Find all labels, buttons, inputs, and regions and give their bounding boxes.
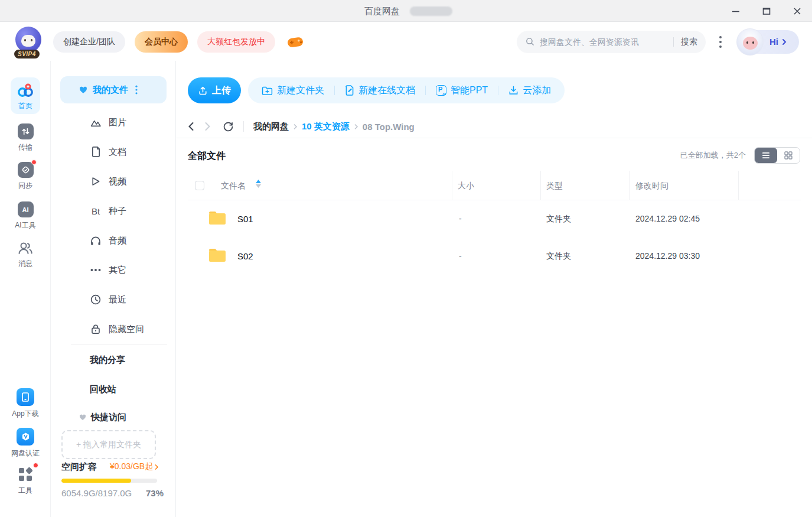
file-name[interactable]: S02 <box>237 251 253 261</box>
refresh-button[interactable] <box>223 121 234 132</box>
tree-item-documents[interactable]: 文档 <box>51 137 176 167</box>
file-type: 文件夹 <box>546 251 571 262</box>
app-download-icon <box>17 388 34 406</box>
storage-expand-label: 空间扩容 <box>61 461 97 473</box>
messages-icon <box>17 240 34 256</box>
transfer-icon <box>18 123 34 139</box>
tree-item-torrents[interactable]: Bt 种子 <box>51 196 176 226</box>
quick-access-header[interactable]: 快捷访问 <box>79 412 126 423</box>
tree-item-images[interactable]: 图片 <box>51 108 176 137</box>
breadcrumb-root[interactable]: 我的网盘 <box>253 121 289 132</box>
main-content: 上传 新建文件夹 新建在线文档 P AI 智能PPT <box>176 61 812 517</box>
more-menu-button[interactable] <box>719 35 722 49</box>
sort-button[interactable] <box>256 180 261 188</box>
sort-asc-icon <box>256 180 261 183</box>
file-modified: 2024.12.29 02:45 <box>635 214 700 223</box>
cloud-add-button[interactable]: 云添加 <box>498 84 561 97</box>
upload-button[interactable]: 上传 <box>188 77 241 103</box>
home-icon <box>17 83 34 98</box>
file-size: - <box>459 214 462 223</box>
notification-dot <box>33 463 38 468</box>
breadcrumb-parent[interactable]: 10 英文资源 <box>302 121 350 132</box>
my-files-menu-button[interactable] <box>135 85 138 95</box>
column-header-name[interactable]: 文件名 <box>221 181 246 191</box>
breadcrumb-separator <box>354 123 358 130</box>
search-input[interactable] <box>540 37 666 47</box>
tree-item-my-shares[interactable]: 我的分享 <box>51 347 176 372</box>
grid-view-button[interactable] <box>777 148 800 163</box>
list-view-button[interactable] <box>755 148 777 163</box>
column-header-modified[interactable]: 修改时间 <box>635 181 668 191</box>
minimize-button[interactable] <box>731 6 741 17</box>
load-status: 已全部加载，共2个 <box>680 150 746 161</box>
folder-icon <box>208 247 227 264</box>
tree-item-other[interactable]: 其它 <box>51 255 176 285</box>
new-online-doc-button[interactable]: 新建在线文档 <box>335 84 425 97</box>
user-avatar[interactable]: SVIP4 <box>15 27 44 57</box>
back-button[interactable] <box>188 122 194 131</box>
window-titlebar: 百度网盘 <box>0 0 812 22</box>
quick-access-dropzone[interactable]: + 拖入常用文件夹 <box>61 430 156 459</box>
view-toggle <box>754 147 800 164</box>
search-icon <box>525 37 535 47</box>
tree-item-recent[interactable]: 最近 <box>51 285 176 314</box>
file-size: - <box>459 251 462 261</box>
refresh-icon <box>223 121 234 132</box>
close-button[interactable] <box>792 6 803 17</box>
tree-item-my-files[interactable]: 我的文件 <box>60 76 167 103</box>
greeting-label: Hi <box>769 37 778 47</box>
file-row[interactable]: S02 - 文件夹 2024.12.29 03:30 <box>188 238 801 275</box>
search-bar[interactable]: 搜索 <box>517 31 706 53</box>
chevron-right-icon <box>154 464 159 470</box>
vip-center-button[interactable]: 会员中心 <box>135 31 188 53</box>
sort-desc-icon <box>256 184 261 188</box>
storage-price-link[interactable]: ¥0.03/GB起 <box>110 461 159 472</box>
chevron-right-icon <box>781 38 787 45</box>
storage-usage-label: 6054.9G/8197.0G <box>61 488 132 498</box>
rail-item-sync[interactable]: 同步 <box>0 162 51 191</box>
redacted-username <box>410 6 452 16</box>
file-name[interactable]: S01 <box>237 214 253 224</box>
rail-item-tools[interactable]: 工具 <box>0 466 51 496</box>
storage-progress-fill <box>61 479 131 483</box>
forward-button[interactable] <box>204 122 211 131</box>
tools-icon <box>17 466 34 483</box>
rail-item-messages[interactable]: 消息 <box>0 240 51 269</box>
smart-ppt-icon: P AI <box>436 85 446 96</box>
column-header-size[interactable]: 大小 <box>458 181 474 191</box>
tree-item-hidden-space[interactable]: 隐藏空间 <box>51 314 176 344</box>
rail-item-verification[interactable]: 网盘认证 <box>0 428 51 459</box>
action-toolbar: 上传 新建文件夹 新建在线文档 P AI 智能PPT <box>188 77 565 103</box>
search-button[interactable]: 搜索 <box>681 37 697 47</box>
folder-icon <box>208 210 227 226</box>
create-team-button[interactable]: 创建企业/团队 <box>53 31 125 53</box>
new-folder-button[interactable]: 新建文件夹 <box>252 84 334 97</box>
red-packet-button[interactable]: 大额红包发放中 <box>197 31 275 53</box>
account-pill[interactable]: Hi <box>738 30 799 54</box>
select-all-checkbox[interactable] <box>195 181 204 190</box>
rail-item-transfer[interactable]: 传输 <box>0 123 51 152</box>
sync-icon <box>18 162 34 178</box>
game-center-button[interactable] <box>286 34 305 50</box>
tree-item-videos[interactable]: 视频 <box>51 167 176 196</box>
clock-icon <box>90 294 102 305</box>
ai-tools-icon: AI <box>18 201 34 217</box>
cloud-add-icon <box>508 86 518 96</box>
file-modified: 2024.12.29 03:30 <box>635 251 700 261</box>
file-list: S01 - 文件夹 2024.12.29 02:45 S02 - 文件夹 202… <box>188 200 801 275</box>
bt-icon: Bt <box>90 206 102 216</box>
maximize-icon <box>762 6 771 16</box>
lock-icon <box>90 324 102 334</box>
tree-item-audio[interactable]: 音频 <box>51 226 176 255</box>
chevron-right-icon <box>204 122 211 131</box>
file-row[interactable]: S01 - 文件夹 2024.12.29 02:45 <box>188 200 801 238</box>
maximize-button[interactable] <box>761 6 772 17</box>
collapse-arrow-icon <box>79 86 87 94</box>
rail-item-app-download[interactable]: App下载 <box>0 388 51 419</box>
rail-item-home[interactable]: 首页 <box>0 83 51 111</box>
tree-item-recycle-bin[interactable]: 回收站 <box>51 377 176 402</box>
column-header-type[interactable]: 类型 <box>546 181 563 191</box>
close-icon <box>793 6 802 16</box>
smart-ppt-button[interactable]: P AI 智能PPT <box>426 84 498 97</box>
rail-item-ai-tools[interactable]: AI AI工具 <box>0 201 51 230</box>
